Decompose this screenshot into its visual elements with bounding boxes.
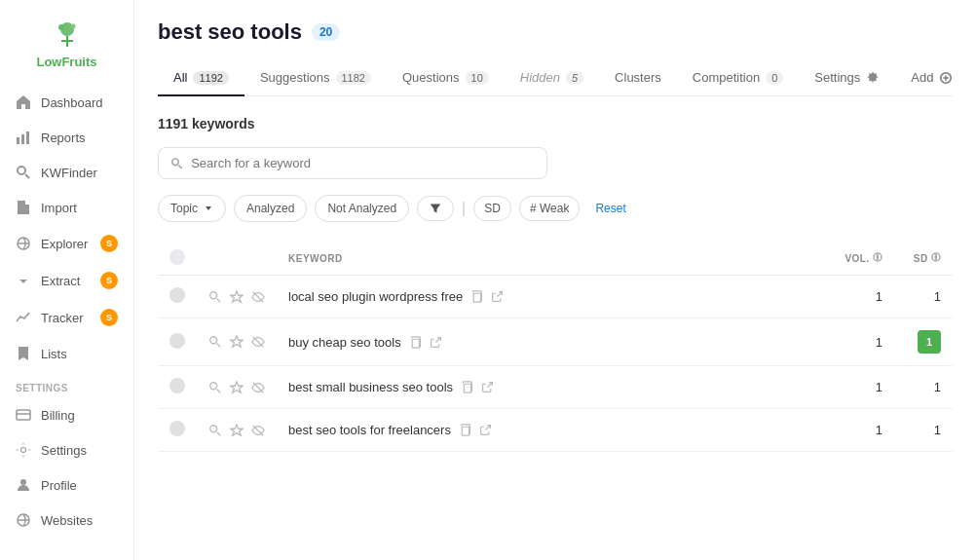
row-checkbox[interactable] (169, 378, 185, 393)
sidebar-item-lists[interactable]: Lists (0, 336, 133, 371)
col-header-keyword: KEYWORD (277, 242, 816, 276)
svg-text:i: i (877, 254, 879, 260)
sidebar-item-tracker[interactable]: Tracker S (0, 299, 133, 336)
sidebar-item-dashboard[interactable]: Dashboard (0, 85, 133, 120)
sidebar-item-label: KWFinder (41, 166, 97, 180)
col-header-checkbox (158, 242, 197, 276)
col-header-vol: VOL. i (816, 242, 894, 276)
copy-icon[interactable] (459, 424, 471, 436)
copy-icon[interactable] (461, 381, 473, 393)
svg-point-8 (18, 167, 25, 174)
analyzed-filter-button[interactable]: Analyzed (234, 195, 307, 222)
row-sd-cell: 1 (894, 318, 953, 366)
star-icon[interactable] (230, 290, 244, 304)
row-checkbox[interactable] (169, 333, 185, 349)
row-checkbox-cell (158, 318, 197, 366)
row-checkbox-cell (158, 409, 197, 452)
svg-point-39 (210, 425, 217, 431)
table-row: best seo tools for freelancers 1 1 (158, 409, 953, 452)
tab-hidden[interactable]: Hidden 5 (505, 60, 599, 96)
not-analyzed-label: Not Analyzed (327, 202, 396, 215)
sd-value: 1 (934, 423, 941, 437)
svg-rect-5 (17, 137, 19, 144)
row-checkbox-cell (158, 276, 197, 318)
sidebar-item-reports[interactable]: Reports (0, 120, 133, 155)
tab-count-questions: 10 (466, 71, 489, 85)
keyword-text: buy cheap seo tools (288, 335, 401, 350)
col-sd-label: SD (914, 253, 928, 264)
search-kw-icon[interactable] (208, 335, 222, 349)
external-link-icon[interactable] (430, 336, 442, 349)
globe-icon (16, 236, 31, 251)
sd-label: SD (484, 202, 501, 215)
external-link-icon[interactable] (479, 424, 492, 436)
sidebar-item-settings[interactable]: Settings (0, 432, 133, 467)
svg-point-1 (58, 24, 64, 30)
star-icon[interactable] (230, 424, 244, 437)
tab-label: Add (911, 70, 933, 85)
copy-icon[interactable] (470, 290, 483, 303)
col-header-sd: SD i (894, 242, 953, 276)
hide-icon[interactable] (251, 335, 265, 349)
extract-badge: S (100, 272, 118, 289)
tab-competition[interactable]: Competition 0 (677, 60, 800, 96)
sidebar-item-label: Profile (41, 478, 77, 493)
row-checkbox[interactable] (169, 287, 185, 303)
tab-questions[interactable]: Questions 10 (387, 60, 505, 96)
table-row: local seo plugin wordpress free 1 1 (158, 276, 953, 318)
header-checkbox[interactable] (169, 249, 185, 265)
star-icon[interactable] (230, 335, 244, 349)
hide-icon[interactable] (251, 290, 265, 304)
row-keyword-cell: best small business seo tools (277, 366, 816, 409)
sidebar-item-explorer[interactable]: Explorer S (0, 225, 133, 262)
row-vol-cell: 1 (816, 318, 894, 366)
download-icon (16, 273, 31, 288)
reset-filter-button[interactable]: Reset (587, 196, 633, 221)
tab-clusters[interactable]: Clusters (599, 60, 677, 96)
logo-icon (52, 19, 83, 51)
sidebar-item-label: Websites (41, 513, 93, 528)
logo[interactable]: LowFruits (0, 12, 133, 85)
filter-icon-button[interactable] (417, 196, 454, 221)
row-sd-cell: 1 (894, 409, 953, 452)
tab-settings[interactable]: Settings (799, 60, 895, 96)
sidebar-item-profile[interactable]: Profile (0, 467, 133, 503)
not-analyzed-filter-button[interactable]: Not Analyzed (315, 195, 409, 222)
content-area: 1191 keywords Topic Analyzed Not Analyze… (134, 96, 976, 560)
house-icon (16, 94, 31, 110)
svg-rect-33 (412, 339, 419, 348)
settings-gear-icon (866, 71, 880, 85)
weak-label: # Weak (530, 202, 569, 215)
tab-label: Competition (693, 70, 760, 85)
sidebar-item-import[interactable]: Import (0, 190, 133, 225)
topic-filter-button[interactable]: Topic (158, 195, 226, 222)
sidebar-item-kwfinder[interactable]: KWFinder (0, 155, 133, 190)
sd-value: 1 (934, 380, 941, 394)
search-kw-icon[interactable] (208, 424, 222, 437)
search-input[interactable] (191, 156, 535, 170)
row-actions-cell (197, 409, 277, 452)
tracker-badge: S (100, 309, 118, 326)
sidebar-item-extract[interactable]: Extract S (0, 262, 133, 299)
tab-all[interactable]: All 1192 (158, 60, 244, 96)
external-link-icon[interactable] (491, 290, 504, 303)
topic-filter-label: Topic (170, 202, 198, 215)
sidebar-item-websites[interactable]: Websites (0, 503, 133, 538)
hide-icon[interactable] (251, 381, 265, 394)
tab-add[interactable]: Add (895, 60, 968, 96)
star-icon[interactable] (230, 381, 244, 394)
external-link-icon[interactable] (481, 381, 494, 393)
hide-icon[interactable] (251, 424, 265, 437)
tab-suggestions[interactable]: Suggestions 1182 (244, 60, 387, 96)
sd-filter-tag: SD (473, 196, 511, 221)
row-checkbox[interactable] (169, 421, 185, 436)
bookmark-icon (16, 346, 31, 361)
sidebar-item-billing[interactable]: Billing (0, 397, 133, 432)
svg-marker-36 (231, 381, 243, 392)
svg-marker-41 (231, 424, 243, 434)
copy-icon[interactable] (409, 336, 422, 349)
search-kw-icon[interactable] (208, 290, 222, 304)
sidebar-nav: Dashboard Reports KWFinder Import Explor… (0, 85, 133, 548)
search-bar[interactable] (158, 147, 547, 179)
search-kw-icon[interactable] (208, 381, 222, 394)
